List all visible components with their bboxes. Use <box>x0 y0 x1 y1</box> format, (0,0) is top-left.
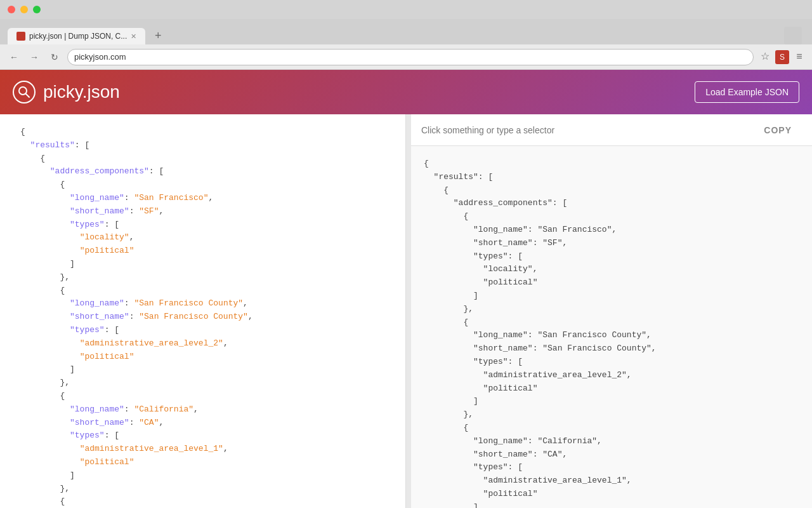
json-line[interactable]: "short_name": "San Francisco County", <box>10 311 395 324</box>
right-json-line[interactable]: "results": [ <box>411 171 812 184</box>
json-line[interactable]: ] <box>10 469 395 483</box>
address-bar[interactable]: pickyjson.com <box>67 49 754 65</box>
json-line[interactable]: "long_name": "San Francisco", <box>10 192 395 205</box>
url-text: pickyjson.com <box>74 52 126 62</box>
right-json-line[interactable]: "types": [ <box>411 461 812 474</box>
json-line[interactable]: "administrative_area_level_2", <box>10 337 395 351</box>
json-line[interactable]: }, <box>10 377 395 390</box>
right-json-line[interactable]: ] <box>411 395 812 408</box>
svg-line-1 <box>26 94 30 98</box>
app-logo: picky.json <box>13 81 120 104</box>
json-line[interactable]: ] <box>10 258 395 271</box>
minimize-traffic-light[interactable] <box>20 6 28 13</box>
json-line[interactable]: "political" <box>10 244 395 258</box>
json-line[interactable]: "types": [ <box>10 429 395 443</box>
title-bar <box>0 0 812 19</box>
right-json-line[interactable]: "locality", <box>411 263 812 276</box>
tab-title: picky.json | Dump JSON, C... <box>29 32 127 41</box>
json-line[interactable]: "types": [ <box>10 218 395 232</box>
back-button[interactable]: ← <box>6 50 22 65</box>
right-json-line[interactable]: { <box>411 316 812 330</box>
active-tab[interactable]: picky.json | Dump JSON, C... ✕ <box>8 28 145 44</box>
right-json-line[interactable]: ] <box>411 290 812 303</box>
refresh-button[interactable]: ↻ <box>47 50 62 65</box>
right-json-line[interactable]: { <box>411 422 812 435</box>
right-json-line[interactable]: { <box>411 157 812 171</box>
right-json-line[interactable]: "short_name": "SF", <box>411 237 812 250</box>
forward-button[interactable]: → <box>27 50 42 65</box>
json-line[interactable]: "long_name": "California", <box>10 403 395 417</box>
right-json-line[interactable]: "short_name": "San Francisco County", <box>411 342 812 356</box>
json-line[interactable]: { <box>10 284 395 298</box>
json-line[interactable]: "results": [ <box>10 139 395 152</box>
right-json-line[interactable]: "types": [ <box>411 250 812 264</box>
tab-bar: picky.json | Dump JSON, C... ✕ + <box>0 19 812 44</box>
left-json-content: { "results": [ { "address_components": [… <box>0 121 405 508</box>
json-line[interactable]: "types": [ <box>10 324 395 337</box>
right-json-line[interactable]: "political" <box>411 488 812 501</box>
browser-toolbar: ← → ↻ pickyjson.com ☆ S ≡ <box>0 44 812 70</box>
maximize-traffic-light[interactable] <box>33 6 41 13</box>
json-line[interactable]: }, <box>10 271 395 284</box>
right-json-line[interactable]: "administrative_area_level_1", <box>411 474 812 488</box>
right-json-line[interactable]: }, <box>411 408 812 422</box>
json-line[interactable]: ] <box>10 363 395 377</box>
right-json-line[interactable]: "short_name": "CA", <box>411 448 812 462</box>
selector-bar: COPY <box>411 114 812 146</box>
json-line[interactable]: "address_components": [ <box>10 165 395 178</box>
search-extension-icon[interactable]: S <box>775 50 789 64</box>
search-icon <box>18 86 30 98</box>
right-json-line[interactable]: { <box>411 184 812 197</box>
right-json-line[interactable]: "long_name": "San Francisco County", <box>411 329 812 342</box>
panel-divider[interactable] <box>406 114 411 508</box>
app-header: picky.json Load Example JSON <box>0 70 812 114</box>
app-name: picky.json <box>43 82 120 102</box>
json-line[interactable]: "long_name": "San Francisco County", <box>10 297 395 311</box>
json-line[interactable]: { <box>10 495 395 508</box>
right-json-line[interactable]: "political" <box>411 276 812 290</box>
right-json-line[interactable]: ] <box>411 501 812 508</box>
selector-input[interactable] <box>421 125 754 135</box>
right-json-line[interactable]: }, <box>411 303 812 316</box>
load-example-button[interactable]: Load Example JSON <box>695 81 799 103</box>
menu-icon[interactable]: ≡ <box>793 50 806 63</box>
right-json-line[interactable]: { <box>411 210 812 224</box>
json-line[interactable]: }, <box>10 483 395 496</box>
close-traffic-light[interactable] <box>8 6 15 13</box>
browser-chrome: picky.json | Dump JSON, C... ✕ + ← → ↻ p… <box>0 0 812 70</box>
main-content: { "results": [ { "address_components": [… <box>0 114 812 508</box>
toolbar-actions: ☆ S ≡ <box>759 50 806 64</box>
logo-icon <box>13 81 36 104</box>
right-json-line[interactable]: "long_name": "San Francisco", <box>411 224 812 237</box>
json-line[interactable]: "administrative_area_level_1", <box>10 443 395 456</box>
right-json-panel[interactable]: { "results": [ { "address_components": [… <box>411 146 812 508</box>
right-panel: COPY { "results": [ { "address_component… <box>411 114 812 508</box>
json-line[interactable]: { <box>10 126 395 139</box>
json-line[interactable]: { <box>10 152 395 166</box>
copy-button[interactable]: COPY <box>754 120 802 140</box>
right-json-line[interactable]: "administrative_area_level_2", <box>411 369 812 382</box>
new-tab-button[interactable]: + <box>155 29 162 43</box>
tab-close-button[interactable]: ✕ <box>131 32 136 41</box>
json-line[interactable]: { <box>10 178 395 192</box>
right-json-line[interactable]: "address_components": [ <box>411 197 812 210</box>
json-line[interactable]: "political" <box>10 351 395 364</box>
json-line[interactable]: "political" <box>10 456 395 469</box>
left-json-panel[interactable]: { "results": [ { "address_components": [… <box>0 114 406 508</box>
right-json-line[interactable]: "political" <box>411 382 812 396</box>
right-json-line[interactable]: "types": [ <box>411 356 812 369</box>
bookmark-icon[interactable]: ☆ <box>759 50 771 63</box>
json-line[interactable]: "short_name": "CA", <box>10 417 395 430</box>
tab-favicon <box>16 32 25 41</box>
right-json-line[interactable]: "long_name": "California", <box>411 435 812 448</box>
json-line[interactable]: "short_name": "SF", <box>10 205 395 218</box>
json-line[interactable]: { <box>10 390 395 403</box>
window-controls <box>784 27 802 44</box>
json-line[interactable]: "locality", <box>10 231 395 244</box>
